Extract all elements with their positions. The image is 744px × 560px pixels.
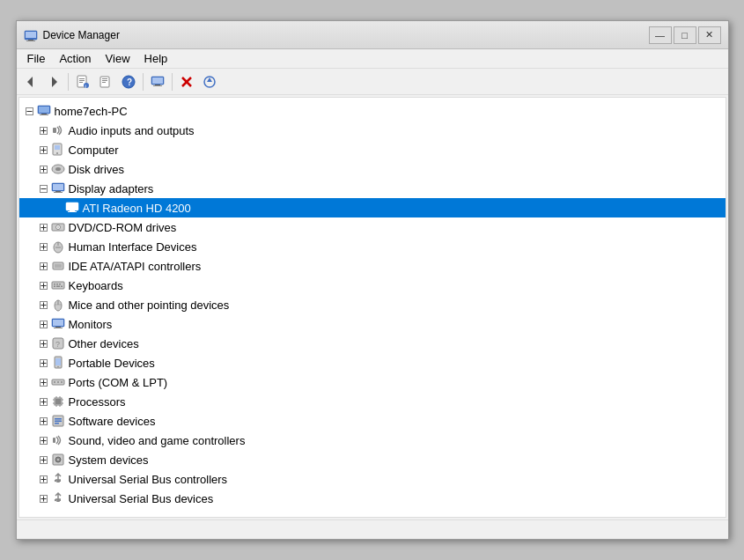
tree-item-ports[interactable]: Ports (COM & LPT): [19, 372, 726, 392]
svg-rect-134: [55, 421, 62, 423]
tree-root[interactable]: home7ech-PC: [19, 101, 726, 121]
processors-expand[interactable]: [37, 394, 51, 409]
dvd-expand[interactable]: [37, 220, 51, 234]
computer-expand[interactable]: [37, 143, 51, 157]
ports-expand[interactable]: [37, 375, 51, 389]
svg-rect-139: [53, 438, 55, 443]
tree-item-ati[interactable]: ATI Radeon HD 4200: [19, 198, 726, 217]
ide-expand[interactable]: [37, 259, 51, 273]
uninstall-button[interactable]: [176, 71, 197, 92]
hid-expand[interactable]: [37, 239, 51, 254]
tree-item-disk[interactable]: Disk drives: [19, 159, 726, 179]
svg-marker-5: [52, 77, 57, 87]
dvd-label: DVD/CD-ROM drives: [69, 221, 177, 234]
disk-expand[interactable]: [37, 162, 51, 176]
keyboards-expand[interactable]: [37, 278, 51, 292]
dvd-icon: [51, 220, 65, 234]
tree-item-usb-controllers[interactable]: Universal Serial Bus controllers: [19, 469, 726, 489]
svg-rect-135: [55, 423, 59, 424]
root-label: home7ech-PC: [55, 105, 128, 118]
tree-item-ide[interactable]: IDE ATA/ATAPI controllers: [19, 256, 726, 276]
system-icon: [51, 453, 65, 467]
monitor-button[interactable]: [147, 71, 168, 92]
tree-item-usb-devices[interactable]: Universal Serial Bus devices: [19, 489, 726, 508]
properties-button[interactable]: i: [72, 71, 93, 92]
tree-item-mice[interactable]: Mice and other pointing devices: [19, 295, 726, 314]
tree-item-portable[interactable]: Portable Devices: [19, 353, 726, 372]
tree-item-hid[interactable]: Human Interface Devices: [19, 237, 726, 256]
tree-item-processors[interactable]: Processors: [19, 392, 726, 411]
maximize-button[interactable]: □: [674, 26, 696, 44]
svg-rect-72: [53, 262, 63, 269]
ports-label: Ports (COM & LPT): [69, 376, 168, 389]
tree-item-dvd[interactable]: DVD/CD-ROM drives: [19, 217, 726, 237]
other-expand[interactable]: [37, 336, 51, 350]
minimize-button[interactable]: ―: [649, 26, 672, 44]
root-expand-toggle[interactable]: [23, 104, 37, 118]
ports-icon: [51, 375, 65, 389]
back-button[interactable]: [20, 71, 41, 92]
help-button[interactable]: ?: [118, 71, 139, 92]
usb-devices-label: Universal Serial Bus devices: [69, 492, 214, 505]
hid-icon: [51, 239, 65, 254]
tree-item-other[interactable]: ? Other devices: [19, 334, 726, 353]
audio-icon: [51, 123, 65, 137]
tree-item-system[interactable]: System devices: [19, 450, 726, 469]
menu-view[interactable]: View: [99, 50, 137, 67]
svg-rect-56: [68, 211, 77, 212]
monitors-expand[interactable]: [37, 317, 51, 331]
usb-controllers-expand[interactable]: [37, 472, 51, 486]
svg-rect-50: [53, 184, 63, 190]
svg-rect-81: [59, 284, 61, 285]
svg-rect-8: [79, 80, 85, 81]
system-expand[interactable]: [37, 453, 51, 467]
sound-expand[interactable]: [37, 433, 51, 447]
tree-item-keyboards[interactable]: Keyboards: [19, 276, 726, 295]
svg-rect-15: [102, 82, 106, 83]
mouse-icon: [51, 298, 65, 312]
menu-action[interactable]: Action: [52, 50, 98, 67]
tree-item-monitors[interactable]: Monitors: [19, 314, 726, 334]
svg-point-46: [55, 167, 61, 171]
processors-label: Processors: [69, 395, 126, 409]
tree-item-sound[interactable]: Sound, video and game controllers: [19, 431, 726, 450]
svg-rect-3: [26, 41, 35, 41]
device-manager-window: Device Manager ― □ ✕ File Action View He…: [16, 20, 729, 540]
menu-file[interactable]: File: [20, 50, 53, 67]
svg-point-62: [57, 226, 59, 228]
separator-1: [68, 73, 69, 91]
svg-rect-79: [54, 284, 55, 285]
device-tree: home7ech-PC Audio inputs and outputs: [19, 98, 726, 512]
computer-label: Computer: [69, 144, 119, 157]
tree-item-audio[interactable]: Audio inputs and outputs: [19, 121, 726, 140]
display-expand[interactable]: [37, 181, 51, 195]
scan-button[interactable]: [199, 71, 220, 92]
svg-rect-97: [54, 328, 63, 328]
svg-rect-51: [55, 191, 61, 192]
tree-item-display[interactable]: Display adapters: [19, 179, 726, 198]
monitor-icon: [51, 317, 65, 331]
svg-rect-83: [56, 286, 60, 288]
menu-help[interactable]: Help: [137, 50, 175, 67]
toolbar: i ?: [17, 69, 728, 95]
update-driver-button[interactable]: [95, 71, 116, 92]
software-expand[interactable]: [37, 414, 51, 428]
display-icon: [51, 181, 65, 195]
device-tree-panel[interactable]: home7ech-PC Audio inputs and outputs: [18, 97, 726, 518]
audio-expand[interactable]: [37, 123, 51, 137]
svg-rect-19: [152, 77, 163, 84]
tree-item-software[interactable]: Software devices: [19, 411, 726, 431]
svg-rect-150: [58, 480, 61, 482]
monitors-label: Monitors: [69, 318, 113, 331]
svg-rect-31: [40, 114, 48, 115]
tree-item-computer[interactable]: Computer: [19, 140, 726, 159]
mice-label: Mice and other pointing devices: [69, 298, 230, 312]
forward-button[interactable]: [43, 71, 64, 92]
svg-rect-1: [26, 32, 36, 38]
svg-rect-120: [55, 399, 61, 404]
mice-expand[interactable]: [37, 298, 51, 312]
portable-expand[interactable]: [37, 356, 51, 370]
usb-devices-expand[interactable]: [37, 491, 51, 505]
close-button[interactable]: ✕: [698, 26, 721, 44]
svg-text:?: ?: [55, 340, 60, 349]
